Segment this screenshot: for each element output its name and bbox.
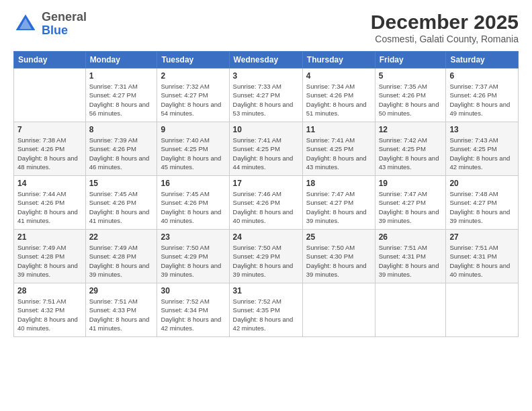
day-info: Sunrise: 7:50 AMSunset: 4:29 PMDaylight:… — [161, 243, 225, 279]
day-info: Sunrise: 7:46 AMSunset: 4:26 PMDaylight:… — [233, 189, 299, 225]
day-number: 6 — [449, 71, 515, 81]
day-number: 27 — [449, 232, 515, 242]
calendar-cell — [375, 283, 446, 337]
day-number: 17 — [233, 179, 299, 188]
day-info: Sunrise: 7:52 AMSunset: 4:34 PMDaylight:… — [161, 297, 225, 332]
day-number: 30 — [161, 286, 225, 295]
calendar-cell: 2 Sunrise: 7:32 AMSunset: 4:27 PMDayligh… — [157, 68, 229, 122]
day-info: Sunrise: 7:50 AMSunset: 4:29 PMDaylight:… — [233, 243, 299, 279]
day-number: 21 — [17, 232, 82, 242]
calendar-cell: 8 Sunrise: 7:39 AMSunset: 4:26 PMDayligh… — [85, 122, 157, 176]
calendar-cell: 3 Sunrise: 7:33 AMSunset: 4:27 PMDayligh… — [229, 68, 302, 122]
calendar-cell: 12 Sunrise: 7:42 AMSunset: 4:25 PMDaylig… — [375, 122, 446, 176]
logo-icon — [13, 12, 38, 36]
calendar-week-row: 1 Sunrise: 7:31 AMSunset: 4:27 PMDayligh… — [14, 68, 519, 122]
calendar-cell: 1 Sunrise: 7:31 AMSunset: 4:27 PMDayligh… — [85, 68, 157, 122]
calendar-cell: 7 Sunrise: 7:38 AMSunset: 4:26 PMDayligh… — [14, 122, 86, 176]
calendar-week-row: 14 Sunrise: 7:44 AMSunset: 4:26 PMDaylig… — [14, 176, 519, 230]
calendar-cell: 24 Sunrise: 7:50 AMSunset: 4:29 PMDaylig… — [229, 230, 302, 283]
day-info: Sunrise: 7:33 AMSunset: 4:27 PMDaylight:… — [233, 82, 299, 118]
day-number: 31 — [233, 286, 299, 295]
calendar-cell: 18 Sunrise: 7:47 AMSunset: 4:27 PMDaylig… — [302, 176, 375, 230]
calendar-cell: 25 Sunrise: 7:50 AMSunset: 4:30 PMDaylig… — [302, 230, 375, 283]
calendar-cell: 17 Sunrise: 7:46 AMSunset: 4:26 PMDaylig… — [229, 176, 302, 230]
calendar-cell: 28 Sunrise: 7:51 AMSunset: 4:32 PMDaylig… — [14, 283, 86, 337]
logo-general: General — [42, 10, 87, 24]
day-info: Sunrise: 7:42 AMSunset: 4:25 PMDaylight:… — [379, 136, 443, 171]
calendar-cell: 4 Sunrise: 7:34 AMSunset: 4:26 PMDayligh… — [302, 68, 375, 122]
month-title: December 2025 — [371, 11, 519, 34]
calendar-cell: 11 Sunrise: 7:41 AMSunset: 4:25 PMDaylig… — [302, 122, 375, 176]
day-number: 14 — [17, 179, 82, 188]
calendar-header-friday: Friday — [375, 52, 446, 68]
calendar-cell: 19 Sunrise: 7:47 AMSunset: 4:27 PMDaylig… — [375, 176, 446, 230]
page: General Blue December 2025 Cosmesti, Gal… — [0, 0, 532, 411]
day-info: Sunrise: 7:48 AMSunset: 4:27 PMDaylight:… — [449, 189, 515, 225]
logo: General Blue — [13, 11, 87, 38]
day-number: 26 — [379, 232, 443, 242]
day-info: Sunrise: 7:40 AMSunset: 4:25 PMDaylight:… — [161, 136, 225, 171]
day-info: Sunrise: 7:51 AMSunset: 4:31 PMDaylight:… — [379, 243, 443, 279]
day-number: 25 — [306, 232, 371, 242]
day-info: Sunrise: 7:45 AMSunset: 4:26 PMDaylight:… — [89, 189, 154, 225]
day-number: 11 — [306, 125, 371, 134]
calendar-cell: 5 Sunrise: 7:35 AMSunset: 4:26 PMDayligh… — [375, 68, 446, 122]
day-number: 18 — [306, 179, 371, 188]
location-subtitle: Cosmesti, Galati County, Romania — [371, 34, 519, 44]
day-info: Sunrise: 7:39 AMSunset: 4:26 PMDaylight:… — [89, 136, 154, 171]
calendar-cell: 20 Sunrise: 7:48 AMSunset: 4:27 PMDaylig… — [446, 176, 519, 230]
calendar-cell — [14, 68, 86, 122]
day-info: Sunrise: 7:51 AMSunset: 4:31 PMDaylight:… — [449, 243, 515, 279]
day-info: Sunrise: 7:51 AMSunset: 4:32 PMDaylight:… — [17, 297, 82, 332]
calendar-cell — [446, 283, 519, 337]
day-number: 29 — [89, 286, 154, 295]
calendar-cell: 21 Sunrise: 7:49 AMSunset: 4:28 PMDaylig… — [14, 230, 86, 283]
logo-blue: Blue — [42, 24, 68, 37]
calendar-cell: 29 Sunrise: 7:51 AMSunset: 4:33 PMDaylig… — [85, 283, 157, 337]
day-number: 28 — [17, 286, 82, 295]
calendar-header-saturday: Saturday — [446, 52, 519, 68]
calendar-table: SundayMondayTuesdayWednesdayThursdayFrid… — [13, 51, 519, 337]
title-block: December 2025 Cosmesti, Galati County, R… — [371, 11, 519, 44]
calendar-header-tuesday: Tuesday — [157, 52, 229, 68]
day-number: 1 — [89, 71, 154, 81]
day-number: 19 — [379, 179, 443, 188]
calendar-cell: 13 Sunrise: 7:43 AMSunset: 4:25 PMDaylig… — [446, 122, 519, 176]
calendar-cell: 10 Sunrise: 7:41 AMSunset: 4:25 PMDaylig… — [229, 122, 302, 176]
logo-text: General Blue — [42, 11, 87, 38]
day-number: 10 — [233, 125, 299, 134]
day-info: Sunrise: 7:41 AMSunset: 4:25 PMDaylight:… — [233, 136, 299, 171]
day-info: Sunrise: 7:44 AMSunset: 4:26 PMDaylight:… — [17, 189, 82, 225]
day-number: 8 — [89, 125, 154, 134]
day-number: 4 — [306, 71, 371, 81]
day-number: 5 — [379, 71, 443, 81]
day-number: 12 — [379, 125, 443, 134]
calendar-cell: 31 Sunrise: 7:52 AMSunset: 4:35 PMDaylig… — [229, 283, 302, 337]
calendar-cell: 16 Sunrise: 7:45 AMSunset: 4:26 PMDaylig… — [157, 176, 229, 230]
day-info: Sunrise: 7:49 AMSunset: 4:28 PMDaylight:… — [17, 243, 82, 279]
calendar-cell: 15 Sunrise: 7:45 AMSunset: 4:26 PMDaylig… — [85, 176, 157, 230]
day-info: Sunrise: 7:52 AMSunset: 4:35 PMDaylight:… — [233, 297, 299, 332]
calendar-header-monday: Monday — [85, 52, 157, 68]
header: General Blue December 2025 Cosmesti, Gal… — [13, 11, 519, 44]
day-number: 20 — [449, 179, 515, 188]
day-info: Sunrise: 7:45 AMSunset: 4:26 PMDaylight:… — [161, 189, 225, 225]
calendar-cell: 22 Sunrise: 7:49 AMSunset: 4:28 PMDaylig… — [85, 230, 157, 283]
calendar-cell: 6 Sunrise: 7:37 AMSunset: 4:26 PMDayligh… — [446, 68, 519, 122]
day-info: Sunrise: 7:50 AMSunset: 4:30 PMDaylight:… — [306, 243, 371, 279]
day-number: 9 — [161, 125, 225, 134]
day-info: Sunrise: 7:34 AMSunset: 4:26 PMDaylight:… — [306, 82, 371, 118]
day-info: Sunrise: 7:38 AMSunset: 4:26 PMDaylight:… — [17, 136, 82, 171]
day-number: 2 — [161, 71, 225, 81]
calendar-cell: 26 Sunrise: 7:51 AMSunset: 4:31 PMDaylig… — [375, 230, 446, 283]
day-number: 23 — [161, 232, 225, 242]
day-number: 15 — [89, 179, 154, 188]
day-number: 24 — [233, 232, 299, 242]
day-info: Sunrise: 7:43 AMSunset: 4:25 PMDaylight:… — [449, 136, 515, 171]
calendar-week-row: 28 Sunrise: 7:51 AMSunset: 4:32 PMDaylig… — [14, 283, 519, 337]
day-number: 13 — [449, 125, 515, 134]
calendar-cell: 23 Sunrise: 7:50 AMSunset: 4:29 PMDaylig… — [157, 230, 229, 283]
day-info: Sunrise: 7:41 AMSunset: 4:25 PMDaylight:… — [306, 136, 371, 171]
day-number: 16 — [161, 179, 225, 188]
calendar-cell: 14 Sunrise: 7:44 AMSunset: 4:26 PMDaylig… — [14, 176, 86, 230]
